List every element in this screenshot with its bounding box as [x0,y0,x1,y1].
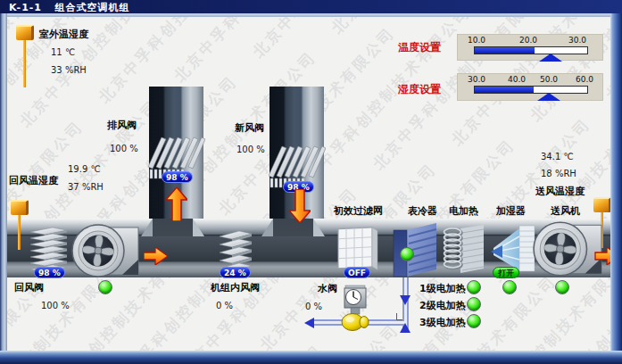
return-valve-badge: 98 % [34,267,65,278]
water-valve-badge: OFF [344,267,370,278]
internal-valve-value: 0 % [216,301,233,310]
supply-fan-label: 送风机 [551,204,580,218]
exhaust-flow-up-arrow-icon [166,187,187,221]
exhaust-valve-label: 排风阀 [107,119,137,132]
heater-icon [441,224,485,276]
temp-tick: 30.0 [568,36,586,45]
heater-stage2-light [467,297,481,311]
duct-bevel [261,219,273,236]
temp-setting-slider[interactable]: 10.0 20.0 30.0 [457,34,603,61]
supply-air-rh-value: 18 %RH [541,169,576,178]
return-fan-icon [70,223,140,279]
window-border-bottom [0,351,622,364]
return-fan-status-light [98,280,112,294]
internal-valve-badge: 24 % [220,267,251,278]
water-valve-value: 0 % [305,302,322,311]
fresh-valve-label: 新风阀 [235,121,264,135]
return-air-temp-value: 19.9 ℃ [68,164,101,174]
humidity-setting-slider[interactable]: 30.0 40.0 50.0 60.0 [457,73,603,101]
duct-bevel [141,219,153,236]
temp-setting-label: 温度设置 [398,40,441,55]
cooler-icon [392,222,438,277]
pipe-flow-down-arrow-icon [400,295,411,305]
return-valve-value: 100 % [41,301,70,310]
pipe-corner-mark [396,313,402,320]
duct-bevel [313,219,325,236]
outdoor-sensor-label: 室外温湿度 [39,28,88,41]
water-valve-label: 水阀 [318,282,337,295]
internal-damper-icon [216,229,255,272]
humidity-tick: 50.0 [540,75,558,84]
fresh-flow-down-arrow-icon [289,189,311,223]
humidity-slider-track[interactable] [474,86,588,94]
exhaust-valve-value: 100 % [110,144,138,153]
duct-bevel [193,219,204,236]
temp-tick: 10.0 [468,36,485,45]
title-underline [0,13,622,17]
outdoor-sensor-stem [23,40,26,87]
heater-stage3-light [467,314,481,328]
window-border-right [610,13,622,364]
supply-fan-icon [532,220,603,278]
return-air-rh-value: 37 %RH [68,182,104,192]
supply-fan-status-light [555,280,569,294]
outdoor-rh-value: 33 %RH [51,65,87,75]
temp-slider-handle[interactable] [539,54,562,62]
outdoor-sensor-icon [16,25,34,40]
return-air-sensor-icon [11,200,29,215]
temp-slider-track[interactable] [474,46,588,54]
humidity-slider-fill [475,87,534,93]
exhaust-valve-badge: 98 % [162,171,193,183]
return-air-sensor-stem [18,215,21,250]
window-border-left [0,13,7,364]
humidity-tick: 40.0 [508,75,526,84]
heater-label: 电加热 [449,204,478,218]
heater-stage1-label: 1级电加热 [419,282,466,295]
internal-valve-label: 机组内风阀 [211,281,260,294]
water-valve-actuator-icon[interactable] [341,285,369,333]
humidity-tick: 60.0 [576,75,593,84]
humidity-slider-handle[interactable] [537,93,560,101]
supply-air-sensor-label: 送风温湿度 [535,185,585,198]
fresh-valve-value: 100 % [236,145,265,154]
flow-right-arrow-icon [144,247,168,265]
heater-stage1-light [467,280,481,294]
title-bar: K-1-1 组合式空调机组 [0,0,622,13]
humidifier-status-badge: 打开 [493,267,519,278]
temp-slider-fill [475,47,535,54]
return-air-sensor-label: 回风温湿度 [9,174,58,187]
cooler-status-light [400,247,414,261]
filter-icon [336,224,378,271]
cooler-label: 表冷器 [408,204,437,218]
pipe-flow-up-arrow-icon [400,323,411,333]
return-valve-label: 回风阀 [14,281,44,294]
heater-stage2-label: 2级电加热 [419,299,466,312]
humidifier-label: 加湿器 [496,204,526,218]
outdoor-temp-value: 11 ℃ [51,47,75,57]
humidifier-status-light [502,280,517,294]
supply-air-temp-value: 34.1 ℃ [541,152,574,161]
hmi-screen: 北京中孚科创控制技术有限公司 北京中孚科创控制技术有限公司 北京中孚科创控制技术… [0,0,622,364]
humidity-setting-label: 湿度设置 [398,82,441,97]
pipe-flow-left-arrow-icon [304,318,314,328]
temp-tick: 20.0 [519,36,537,45]
supply-air-sensor-icon [593,197,611,212]
exhaust-duct-junction [153,219,193,236]
page-title: K-1-1 组合式空调机组 [9,1,130,14]
filter-label: 初效过滤网 [334,204,383,218]
heater-stage3-label: 3级电加热 [419,316,466,329]
humidity-tick: 30.0 [468,75,485,84]
